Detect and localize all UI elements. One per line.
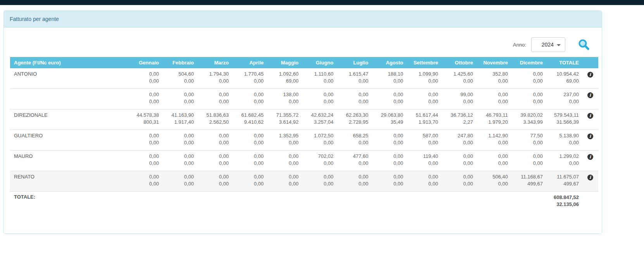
month-value-cell: 0,000,00 bbox=[371, 151, 406, 171]
month-value-cell: 0,000,00 bbox=[302, 171, 337, 192]
col-header-maggio: Maggio bbox=[267, 57, 302, 68]
search-button[interactable] bbox=[578, 38, 590, 51]
table-header-row: Agente (Ft/Nc euro) Gennaio Febbraio Mar… bbox=[10, 57, 598, 68]
month-value-cell: 1.099,900,00 bbox=[406, 68, 441, 89]
panel-title: Fatturato per agente bbox=[4, 11, 602, 28]
month-value-cell: 1.142,900,00 bbox=[476, 130, 511, 151]
chevron-down-icon bbox=[557, 44, 561, 46]
table-row: RENATO0,000,000,000,000,000,000,000,000,… bbox=[10, 171, 598, 192]
info-icon[interactable]: i bbox=[587, 72, 593, 78]
magnifier-icon bbox=[578, 46, 590, 52]
month-value-cell: 99,000,00 bbox=[441, 89, 476, 109]
month-value-cell: 61.682,459.410,62 bbox=[232, 109, 267, 130]
month-value-cell: 0,000,00 bbox=[371, 89, 406, 109]
month-value-cell: 51.617,441.913,70 bbox=[406, 109, 441, 130]
month-value-cell: 0,000,00 bbox=[337, 89, 371, 109]
filter-row: Anno: 2024 bbox=[10, 37, 590, 52]
month-value-cell: 0,000,00 bbox=[127, 171, 162, 192]
totals-ft-value: 608.847,52 bbox=[549, 194, 579, 201]
month-value-cell: 0,000,00 bbox=[476, 89, 511, 109]
month-value-cell: 119,400,00 bbox=[406, 151, 441, 171]
col-header-gennaio: Gennaio bbox=[127, 57, 162, 68]
info-icon[interactable]: i bbox=[587, 92, 593, 98]
row-total-cell: 10.954,4269,00 bbox=[546, 68, 582, 89]
month-value-cell: 71.355,723.614,92 bbox=[267, 109, 302, 130]
month-value-cell: 0,000,00 bbox=[162, 171, 197, 192]
month-value-cell: 0,000,00 bbox=[232, 89, 267, 109]
totals-spacer bbox=[127, 192, 546, 212]
month-value-cell: 0,000,00 bbox=[302, 89, 337, 109]
year-select[interactable]: 2024 bbox=[531, 37, 565, 52]
month-value-cell: 1.794,300,00 bbox=[197, 68, 232, 89]
month-value-cell: 0,000,00 bbox=[441, 151, 476, 171]
info-icon[interactable]: i bbox=[587, 175, 593, 180]
month-value-cell: 1.072,500,00 bbox=[302, 130, 337, 151]
col-header-agosto: Agosto bbox=[371, 57, 406, 68]
info-icon[interactable]: i bbox=[587, 113, 593, 119]
month-value-cell: 0,000,00 bbox=[232, 171, 267, 192]
table-body: ANTONIO0,000,00504,600,001.794,300,001.7… bbox=[10, 68, 598, 192]
month-value-cell: 0,000,00 bbox=[197, 151, 232, 171]
month-value-cell: 44.578,38800,31 bbox=[127, 109, 162, 130]
month-value-cell: 36.736,122,27 bbox=[441, 109, 476, 130]
month-value-cell: 0,000,00 bbox=[406, 89, 441, 109]
month-value-cell: 138,000,00 bbox=[267, 89, 302, 109]
col-header-novembre: Novembre bbox=[476, 57, 511, 68]
col-header-luglio: Luglio bbox=[337, 57, 371, 68]
row-total-cell: 5.138,900,00 bbox=[546, 130, 582, 151]
table-row: MAURO0,000,000,000,000,000,000,000,000,0… bbox=[10, 151, 598, 171]
info-icon[interactable]: i bbox=[587, 154, 593, 160]
month-value-cell: 587,000,00 bbox=[406, 130, 441, 151]
month-value-cell: 0,000,00 bbox=[406, 171, 441, 192]
year-label: Anno: bbox=[513, 42, 526, 48]
month-value-cell: 352,800,00 bbox=[476, 68, 511, 89]
month-value-cell: 506,400,00 bbox=[476, 171, 511, 192]
table-row: GUALTIERO0,000,000,000,000,000,000,000,0… bbox=[10, 130, 598, 151]
row-total-cell: 1.299,020,00 bbox=[546, 151, 582, 171]
totals-row: TOTALE: 608.847,52 32.135,06 bbox=[10, 192, 598, 212]
col-header-totale: TOTALE bbox=[546, 57, 582, 68]
month-value-cell: 42.632,243.257,04 bbox=[302, 109, 337, 130]
month-value-cell: 188,100,00 bbox=[371, 68, 406, 89]
month-value-cell: 0,000,00 bbox=[511, 68, 546, 89]
row-info-cell: i bbox=[582, 89, 598, 109]
col-header-marzo: Marzo bbox=[197, 57, 232, 68]
fatturato-table: Agente (Ft/Nc euro) Gennaio Febbraio Mar… bbox=[10, 57, 598, 212]
row-total-cell: 11.675,07499,67 bbox=[546, 171, 582, 192]
month-value-cell: 77,500,00 bbox=[511, 130, 546, 151]
info-icon[interactable]: i bbox=[587, 133, 593, 139]
month-value-cell: 0,000,00 bbox=[511, 89, 546, 109]
month-value-cell: 0,000,00 bbox=[267, 171, 302, 192]
month-value-cell: 247,800,00 bbox=[441, 130, 476, 151]
col-header-febbraio: Febbraio bbox=[162, 57, 197, 68]
month-value-cell: 504,600,00 bbox=[162, 68, 197, 89]
row-info-cell: i bbox=[582, 68, 598, 89]
row-info-cell: i bbox=[582, 109, 598, 130]
panel-body: Anno: 2024 bbox=[4, 28, 602, 234]
month-value-cell: 0,000,00 bbox=[127, 89, 162, 109]
month-value-cell: 477,600,00 bbox=[337, 151, 371, 171]
row-info-cell: i bbox=[582, 151, 598, 171]
col-header-aprile: Aprile bbox=[232, 57, 267, 68]
col-header-dicembre: Dicembre bbox=[511, 57, 546, 68]
month-value-cell: 0,000,00 bbox=[441, 171, 476, 192]
month-value-cell: 0,000,00 bbox=[127, 68, 162, 89]
fatturato-panel: Fatturato per agente Anno: 2024 bbox=[3, 10, 602, 234]
month-value-cell: 0,000,00 bbox=[197, 89, 232, 109]
month-value-cell: 0,000,00 bbox=[337, 171, 371, 192]
month-value-cell: 0,000,00 bbox=[197, 130, 232, 151]
month-value-cell: 1.352,950,00 bbox=[267, 130, 302, 151]
month-value-cell: 0,000,00 bbox=[162, 89, 197, 109]
col-header-settembre: Settembre bbox=[406, 57, 441, 68]
col-header-agente: Agente (Ft/Nc euro) bbox=[10, 57, 127, 68]
month-value-cell: 62.263,302.728,95 bbox=[337, 109, 371, 130]
month-value-cell: 1.615,470,00 bbox=[337, 68, 371, 89]
month-value-cell: 1.425,600,00 bbox=[441, 68, 476, 89]
agent-name: RENATO bbox=[10, 171, 127, 192]
month-value-cell: 0,000,00 bbox=[232, 130, 267, 151]
totals-info-spacer bbox=[582, 192, 598, 212]
month-value-cell: 41.163,901.917,40 bbox=[162, 109, 197, 130]
agent-name bbox=[10, 89, 127, 109]
month-value-cell: 0,000,00 bbox=[127, 130, 162, 151]
row-total-cell: 237,000,00 bbox=[546, 89, 582, 109]
